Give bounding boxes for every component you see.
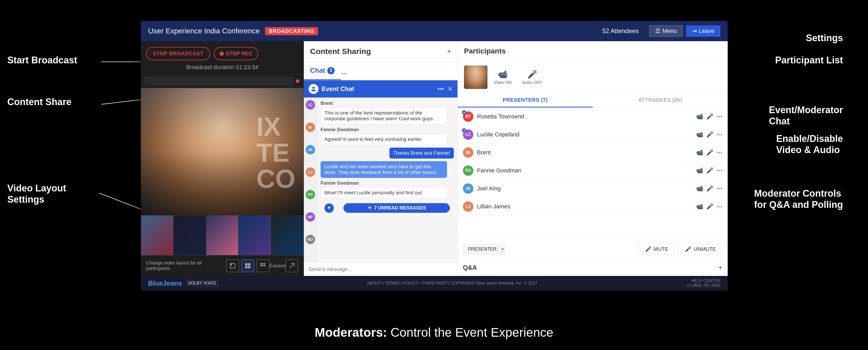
moderator-controls-annotation: Moderator Controlsfor Q&A and Polling <box>754 188 843 210</box>
chat-body: LC Br JK LJ FG MF MJ Brent This is one o… <box>304 98 458 262</box>
name-jk: Joel King <box>477 185 692 192</box>
grid-layout-icon <box>245 263 251 269</box>
chat-tab[interactable]: Chat 3 <box>304 62 341 80</box>
menu-button[interactable]: ☰ Menu <box>649 25 683 37</box>
msg-sender-fannie1: Fannie Goodman <box>320 127 454 132</box>
chat-input[interactable] <box>309 266 453 272</box>
svg-rect-13 <box>248 266 250 268</box>
video-icon-br[interactable]: 📹 <box>696 149 703 156</box>
unmute-icon: 🎤 <box>685 246 691 252</box>
svg-rect-14 <box>260 263 261 264</box>
participant-list: ★ RT Rosetta Townsend 📹 🎤 ••• ★ LC <box>458 108 728 239</box>
audio-icon-lj[interactable]: 🎤 <box>706 203 713 210</box>
leave-button[interactable]: ⇥ Leave <box>686 25 720 37</box>
msg-sender-brent: Brent <box>320 101 454 106</box>
layout-single-button[interactable] <box>226 259 239 272</box>
msg-sender-fannie2: Fannie Goodman <box>320 181 454 186</box>
more-fg[interactable]: ••• <box>716 167 722 174</box>
controls-rt: 📹 🎤 ••• <box>696 113 722 120</box>
rec-dot <box>220 52 224 56</box>
content-share-bar <box>141 74 304 88</box>
video-icon-lc[interactable]: 📹 <box>696 131 703 138</box>
layout-grid-button[interactable] <box>241 259 254 272</box>
audio-icon-br[interactable]: 🎤 <box>706 149 713 156</box>
content-sharing-add[interactable]: + <box>447 47 451 56</box>
more-br[interactable]: ••• <box>716 149 722 156</box>
avatar-fg: FG <box>306 190 315 199</box>
qa-add-button[interactable]: + <box>718 263 722 272</box>
chat-close-icon[interactable]: ✕ <box>447 85 453 93</box>
avatar-col: LC Br JK LJ FG MF MJ <box>304 98 317 262</box>
participant-tabs: PRESENTERS (7) ATTENDEES (45) <box>458 93 728 108</box>
video-on-label: Video ON <box>494 80 512 85</box>
audio-icon-lc[interactable]: 🎤 <box>706 131 713 138</box>
msg-blue-lucille: Lucille and her team worked very hard to… <box>320 161 447 178</box>
recording-indicator <box>296 79 300 83</box>
video-icon-fg[interactable]: 📹 <box>696 167 703 174</box>
content-share-annotation: Content Share <box>7 96 71 107</box>
name-lj: Lillian James <box>477 203 692 210</box>
menu-icon: ☰ <box>655 28 660 34</box>
msg-bubble-fannie2: Wow! I'll meet Lucille personally and fi… <box>320 187 447 198</box>
featured-participant: 📹 Video ON 🎤 Audio OFF <box>458 61 728 93</box>
event-chat-label: Event Chat <box>321 85 354 93</box>
expand-button[interactable] <box>285 259 299 272</box>
name-rt: Rosetta Townsend <box>477 113 692 120</box>
msg-bubble-brent: This is one of the best representations … <box>320 107 447 124</box>
scroll-down-button[interactable]: ▼ <box>324 203 334 213</box>
more-lj[interactable]: ••• <box>716 203 722 210</box>
svg-rect-18 <box>262 265 264 266</box>
broadcast-btn-row: STOP BROADCAST STOP REC <box>146 47 299 60</box>
dolby-logo: DOLBY VOICE <box>186 280 218 286</box>
enable-disable-annotation: Enable/DisableVideo & Audio <box>776 133 843 155</box>
audio-icon-fg[interactable]: 🎤 <box>706 167 713 174</box>
mute-button[interactable]: 🎤 MUTE <box>639 243 675 255</box>
svg-line-3 <box>101 99 146 104</box>
app-window: User Experience India Conference BROADCA… <box>141 21 728 290</box>
unmute-button[interactable]: 🎤 UNMUTE <box>678 243 722 255</box>
video-icon-rt[interactable]: 📹 <box>696 113 703 120</box>
video-layout-annotation: Video LayoutSettings <box>7 183 66 205</box>
attendees-count: 52 Attendees <box>602 27 639 35</box>
avatar-lc: ★ LC <box>463 129 473 140</box>
chat-more-icon[interactable]: ••• <box>437 85 444 93</box>
unread-arrow: ▼ <box>368 205 372 211</box>
chat-minimize[interactable]: — <box>341 70 347 77</box>
presenter-select[interactable]: PRESENTER <box>463 244 505 254</box>
presenters-tab[interactable]: PRESENTERS (7) <box>458 93 593 107</box>
video-icon-lj[interactable]: 📹 <box>696 203 703 210</box>
mute-icon: 🎤 <box>645 246 652 252</box>
content-share-input[interactable] <box>145 77 293 85</box>
stop-rec-button[interactable]: STOP REC <box>214 47 258 60</box>
more-rt[interactable]: ••• <box>716 113 722 120</box>
conference-title: User Experience India Conference <box>148 27 260 35</box>
audio-icon-rt[interactable]: 🎤 <box>706 113 713 120</box>
video-icon-jk[interactable]: 📹 <box>696 185 703 192</box>
audio-control: 🎤 Audio OFF <box>522 70 542 85</box>
audio-off-label: Audio OFF <box>522 80 542 85</box>
attendees-tab[interactable]: ATTENDEES (45) <box>593 93 728 107</box>
more-lc[interactable]: ••• <box>716 131 722 138</box>
event-chat-annotation: Event/ModeratorChat <box>769 104 843 127</box>
msg-group-fannie1: Fannie Goodman Agreed! It used to feel v… <box>320 127 454 145</box>
avatar-br-row: Br <box>463 147 473 158</box>
qa-section: Q&A + <box>458 259 728 276</box>
stop-broadcast-button[interactable]: STOP BROADCAST <box>146 47 210 60</box>
audio-icon-jk[interactable]: 🎤 <box>706 185 713 192</box>
layout-multi-button[interactable] <box>256 259 270 272</box>
chat-subheader: Event Chat ••• ✕ <box>304 80 458 98</box>
unread-messages-bar[interactable]: ▼ 7 UNREAD MESSAGES <box>343 203 450 213</box>
thumb-5 <box>271 215 304 255</box>
chat-window: Event Chat ••• ✕ LC Br JK LJ FG MF <box>304 80 458 276</box>
single-layout-icon <box>229 263 236 269</box>
controls-lj: 📹 🎤 ••• <box>696 203 722 210</box>
content-sharing-title: Content Sharing <box>310 47 371 56</box>
layout-controls: Change video layout for all participants… <box>141 255 304 276</box>
svg-rect-11 <box>248 263 250 265</box>
thumb-4 <box>238 215 271 255</box>
more-jk[interactable]: ••• <box>716 185 722 192</box>
svg-rect-17 <box>260 265 261 266</box>
broadcast-controls: STOP BROADCAST STOP REC Broadcast durati… <box>141 41 304 74</box>
video-control: 📹 Video ON <box>494 70 512 85</box>
expand-icon <box>289 263 295 269</box>
